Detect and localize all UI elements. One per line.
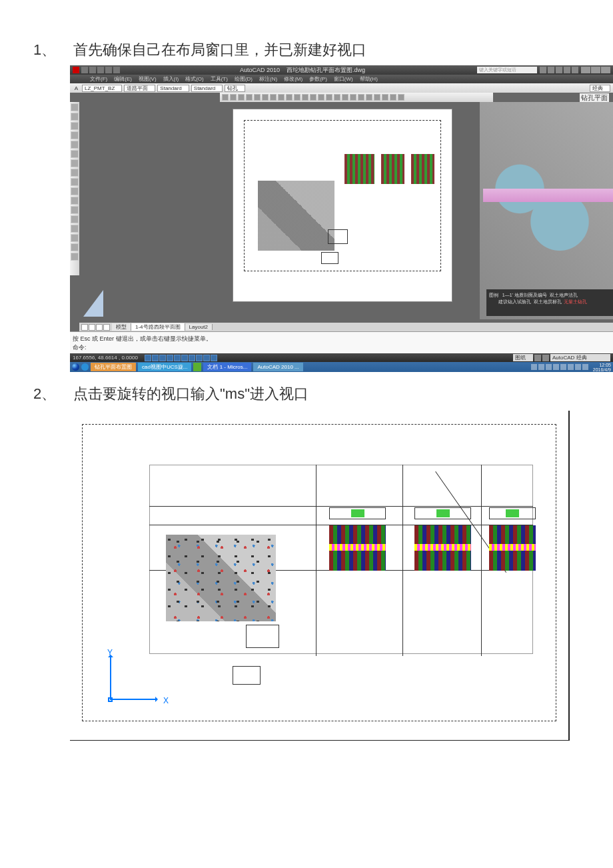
toolpalette-icon[interactable] [366,94,372,101]
layer-dropdown-1[interactable]: LZ_PMT_BZ [82,85,122,92]
search-input[interactable]: 键入关键字或短语 [477,67,537,73]
tray-icon[interactable] [560,364,566,370]
menu-dimension[interactable]: 标注(N) [259,75,277,83]
scale-icon[interactable] [534,355,541,361]
close-button[interactable] [601,67,610,73]
revcloud-icon[interactable] [71,169,79,177]
exchange-icon[interactable] [556,67,562,73]
qp-toggle[interactable] [211,355,217,361]
menu-draw[interactable]: 绘图(D) [235,75,253,83]
dyn-toggle[interactable] [196,355,203,361]
layer-dropdown-2[interactable]: 道路平面 [124,85,155,92]
viewport-frame[interactable] [244,120,441,271]
menu-insert[interactable]: 插入(I) [163,75,179,83]
subscription-icon[interactable] [548,67,554,73]
ellipse-icon[interactable] [71,187,79,195]
tray-icon[interactable] [575,364,581,370]
undo-icon[interactable] [302,94,308,101]
menu-parametric[interactable]: 参数(P) [309,75,327,83]
menu-tools[interactable]: 工具(T) [211,75,228,83]
paste-icon[interactable] [286,94,293,101]
publish-icon[interactable] [262,94,269,101]
help-icon[interactable] [572,67,578,73]
snap-toggle[interactable] [145,355,151,361]
qat-undo-icon[interactable] [105,67,112,73]
sheetset-icon[interactable] [374,94,380,101]
ortho-toggle[interactable] [159,355,166,361]
tray-icon[interactable] [546,364,552,370]
copy-icon[interactable] [278,94,285,101]
qat-save-icon[interactable] [97,67,104,73]
menu-format[interactable]: 格式(O) [185,75,204,83]
spline-icon[interactable] [71,178,79,186]
qat-redo-icon[interactable] [113,67,120,73]
arc-icon[interactable] [71,150,79,158]
tab-layout2[interactable]: Layout2 [185,324,213,330]
tray-icon[interactable] [582,364,588,370]
grid-toggle[interactable] [152,355,159,361]
textstyle-dropdown[interactable]: Standard [157,85,189,92]
line-icon[interactable] [71,103,79,111]
matchprop-icon[interactable] [294,94,301,101]
taskbar-item-5[interactable]: AutoCAD 2010 ... [253,363,303,371]
polygon-icon[interactable] [71,131,79,139]
tab-last-icon[interactable] [103,324,110,331]
minimize-button[interactable] [581,67,590,73]
block-icon[interactable] [71,206,79,214]
tab-prev-icon[interactable] [89,324,95,331]
taskbar-item-3[interactable] [193,363,201,371]
tray-icon[interactable] [538,364,544,370]
menu-edit[interactable]: 编辑(E) [114,75,132,83]
hatch-icon[interactable] [71,225,79,233]
lwt-toggle[interactable] [203,355,210,361]
menu-modify[interactable]: 修改(M) [284,75,303,83]
menu-window[interactable]: 窗口(W) [334,75,353,83]
taskbar-item-4[interactable]: 文档 1 - Micros... [203,363,251,371]
current-layer-dropdown[interactable]: 钻孔 [225,85,245,92]
xline-icon[interactable] [71,113,79,121]
insert-icon[interactable] [71,197,79,205]
dcenter-icon[interactable] [358,94,364,101]
otrack-toggle[interactable] [181,355,188,361]
qat-open-icon[interactable] [89,67,96,73]
print-icon[interactable] [246,94,253,101]
polar-toggle[interactable] [167,355,173,361]
clock[interactable]: 12:05 2016/4/9 [593,363,611,372]
qat-new-icon[interactable] [81,67,88,73]
region-icon[interactable] [71,234,79,242]
workspace-label[interactable]: AutoCAD 经典 [550,354,610,361]
pline-icon[interactable] [71,122,79,130]
tab-model[interactable]: 模型 [112,323,131,331]
help2-icon[interactable] [398,94,404,101]
taskbar-item-2[interactable]: cad视图中UCS旋... [138,363,191,371]
table-icon[interactable] [71,243,79,251]
mtext-icon[interactable] [71,253,79,261]
favorites-icon[interactable] [564,67,570,73]
annoscale-icon[interactable] [542,355,549,361]
dimstyle-dropdown[interactable]: Standard [191,85,223,92]
ie-pinned-icon[interactable] [81,363,89,371]
redo-icon[interactable] [310,94,316,101]
cut-icon[interactable] [270,94,277,101]
circle-icon[interactable] [71,159,79,167]
properties-icon[interactable] [350,94,356,101]
calc-icon[interactable] [390,94,396,101]
rectangle-icon[interactable] [71,141,79,149]
zoom-previous-icon[interactable] [342,94,348,101]
tray-icon[interactable] [553,364,559,370]
ducs-toggle[interactable] [189,355,195,361]
tray-icon[interactable] [568,364,574,370]
tab-next-icon[interactable] [96,324,103,331]
drawing-area[interactable]: 图例 1—1' 地质剖面及编号 双土地声法孔 建议钻入试验孔 双土地贯标孔 无量… [79,102,613,319]
start-orb-icon[interactable] [72,363,79,371]
zoom-window-icon[interactable] [334,94,340,101]
taskbar-item-1[interactable]: 钻孔平面布置图 [91,363,136,371]
space-label[interactable]: 图纸 [513,354,533,361]
zoom-realtime-icon[interactable] [326,94,332,101]
lineweight-icon[interactable]: A [73,85,80,91]
point-icon[interactable] [71,215,79,223]
tab-first-icon[interactable] [81,324,88,331]
save-icon[interactable] [238,94,245,101]
menu-file[interactable]: 文件(F) [90,75,107,83]
command-window[interactable]: 按 Esc 或 Enter 键退出，或单击右键显示快捷菜单。 命令: [70,331,613,353]
